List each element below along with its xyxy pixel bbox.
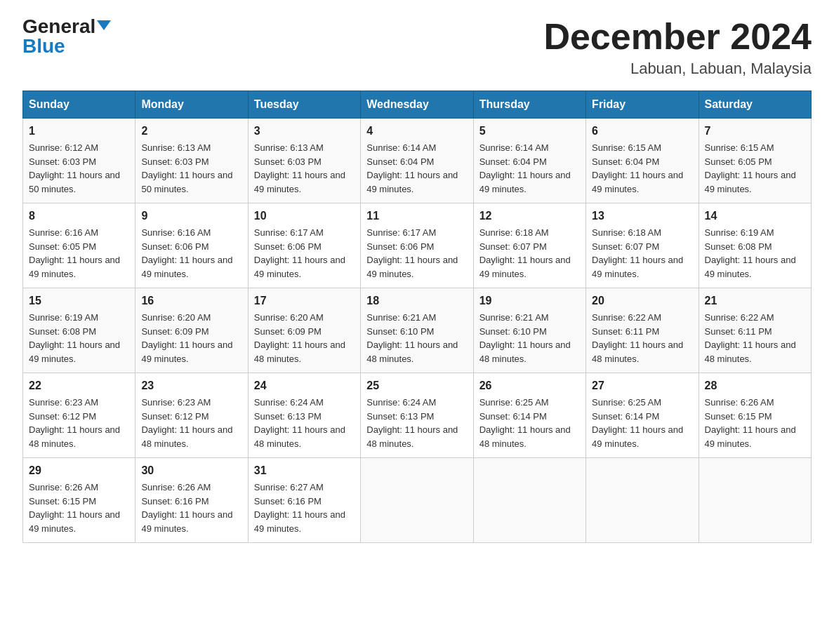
location-title: Labuan, Labuan, Malaysia	[543, 60, 812, 78]
day-info: Sunrise: 6:16 AMSunset: 6:05 PMDaylight:…	[29, 227, 120, 279]
calendar-week-row: 1 Sunrise: 6:12 AMSunset: 6:03 PMDayligh…	[23, 119, 812, 203]
calendar-cell: 11 Sunrise: 6:17 AMSunset: 6:06 PMDaylig…	[361, 203, 473, 288]
calendar-cell: 31 Sunrise: 6:27 AMSunset: 6:16 PMDaylig…	[248, 458, 360, 543]
page-header: General Blue December 2024 Labuan, Labua…	[22, 17, 812, 78]
logo: General Blue	[22, 17, 111, 56]
logo-blue-text: Blue	[22, 36, 65, 56]
day-number: 22	[29, 377, 129, 394]
calendar-cell: 10 Sunrise: 6:17 AMSunset: 6:06 PMDaylig…	[248, 203, 360, 288]
calendar-cell: 26 Sunrise: 6:25 AMSunset: 6:14 PMDaylig…	[473, 373, 585, 458]
month-title: December 2024	[543, 17, 812, 57]
header-row: SundayMondayTuesdayWednesdayThursdayFrid…	[23, 91, 812, 119]
day-number: 4	[366, 123, 467, 140]
day-number: 21	[705, 293, 805, 309]
day-number: 5	[479, 123, 580, 140]
calendar-cell: 24 Sunrise: 6:24 AMSunset: 6:13 PMDaylig…	[248, 373, 360, 458]
calendar-week-row: 15 Sunrise: 6:19 AMSunset: 6:08 PMDaylig…	[23, 288, 812, 373]
calendar-cell: 7 Sunrise: 6:15 AMSunset: 6:05 PMDayligh…	[699, 119, 811, 203]
day-number: 19	[479, 293, 580, 309]
calendar-cell: 14 Sunrise: 6:19 AMSunset: 6:08 PMDaylig…	[699, 203, 811, 288]
day-number: 9	[141, 208, 241, 224]
calendar-cell: 3 Sunrise: 6:13 AMSunset: 6:03 PMDayligh…	[248, 119, 360, 203]
day-info: Sunrise: 6:25 AMSunset: 6:14 PMDaylight:…	[592, 397, 683, 449]
day-info: Sunrise: 6:16 AMSunset: 6:06 PMDaylight:…	[141, 227, 232, 279]
day-number: 12	[479, 208, 580, 224]
day-number: 29	[29, 462, 129, 479]
day-info: Sunrise: 6:17 AMSunset: 6:06 PMDaylight:…	[254, 227, 345, 279]
calendar-cell	[699, 458, 811, 543]
calendar-cell: 25 Sunrise: 6:24 AMSunset: 6:13 PMDaylig…	[361, 373, 473, 458]
logo-triangle-icon	[97, 20, 111, 30]
calendar-cell: 8 Sunrise: 6:16 AMSunset: 6:05 PMDayligh…	[23, 203, 135, 288]
calendar-cell: 30 Sunrise: 6:26 AMSunset: 6:16 PMDaylig…	[135, 458, 248, 543]
day-info: Sunrise: 6:13 AMSunset: 6:03 PMDaylight:…	[141, 142, 232, 194]
calendar-cell: 21 Sunrise: 6:22 AMSunset: 6:11 PMDaylig…	[699, 288, 811, 373]
day-number: 8	[29, 208, 129, 224]
column-header-monday: Monday	[135, 91, 248, 119]
day-info: Sunrise: 6:18 AMSunset: 6:07 PMDaylight:…	[592, 227, 683, 279]
calendar-cell: 17 Sunrise: 6:20 AMSunset: 6:09 PMDaylig…	[248, 288, 360, 373]
day-info: Sunrise: 6:19 AMSunset: 6:08 PMDaylight:…	[705, 227, 796, 279]
calendar-cell: 6 Sunrise: 6:15 AMSunset: 6:04 PMDayligh…	[586, 119, 699, 203]
day-number: 30	[141, 462, 241, 479]
column-header-wednesday: Wednesday	[361, 91, 473, 119]
day-info: Sunrise: 6:20 AMSunset: 6:09 PMDaylight:…	[141, 312, 232, 364]
day-number: 1	[29, 123, 129, 140]
calendar-cell: 23 Sunrise: 6:23 AMSunset: 6:12 PMDaylig…	[135, 373, 248, 458]
day-info: Sunrise: 6:12 AMSunset: 6:03 PMDaylight:…	[29, 142, 120, 194]
day-info: Sunrise: 6:26 AMSunset: 6:15 PMDaylight:…	[705, 397, 796, 449]
day-number: 2	[141, 123, 241, 140]
day-number: 10	[254, 208, 355, 224]
day-number: 26	[479, 377, 580, 394]
calendar-week-row: 29 Sunrise: 6:26 AMSunset: 6:15 PMDaylig…	[23, 458, 812, 543]
day-number: 18	[366, 293, 467, 309]
calendar-cell: 5 Sunrise: 6:14 AMSunset: 6:04 PMDayligh…	[473, 119, 585, 203]
calendar-cell: 16 Sunrise: 6:20 AMSunset: 6:09 PMDaylig…	[135, 288, 248, 373]
column-header-friday: Friday	[586, 91, 699, 119]
calendar-cell	[473, 458, 585, 543]
calendar-cell: 19 Sunrise: 6:21 AMSunset: 6:10 PMDaylig…	[473, 288, 585, 373]
day-info: Sunrise: 6:26 AMSunset: 6:15 PMDaylight:…	[29, 482, 120, 534]
day-number: 7	[705, 123, 805, 140]
day-info: Sunrise: 6:24 AMSunset: 6:13 PMDaylight:…	[366, 397, 458, 449]
day-info: Sunrise: 6:13 AMSunset: 6:03 PMDaylight:…	[254, 142, 345, 194]
calendar-week-row: 22 Sunrise: 6:23 AMSunset: 6:12 PMDaylig…	[23, 373, 812, 458]
calendar-cell: 29 Sunrise: 6:26 AMSunset: 6:15 PMDaylig…	[23, 458, 135, 543]
calendar-header: SundayMondayTuesdayWednesdayThursdayFrid…	[23, 91, 812, 119]
day-number: 6	[592, 123, 692, 140]
calendar-cell: 13 Sunrise: 6:18 AMSunset: 6:07 PMDaylig…	[586, 203, 699, 288]
calendar-cell: 15 Sunrise: 6:19 AMSunset: 6:08 PMDaylig…	[23, 288, 135, 373]
day-info: Sunrise: 6:14 AMSunset: 6:04 PMDaylight:…	[479, 142, 571, 194]
day-info: Sunrise: 6:15 AMSunset: 6:05 PMDaylight:…	[705, 142, 796, 194]
day-number: 27	[592, 377, 692, 394]
day-number: 28	[705, 377, 805, 394]
calendar-cell: 28 Sunrise: 6:26 AMSunset: 6:15 PMDaylig…	[699, 373, 811, 458]
day-info: Sunrise: 6:23 AMSunset: 6:12 PMDaylight:…	[29, 397, 120, 449]
day-number: 16	[141, 293, 241, 309]
day-info: Sunrise: 6:18 AMSunset: 6:07 PMDaylight:…	[479, 227, 571, 279]
calendar-cell	[361, 458, 473, 543]
column-header-saturday: Saturday	[699, 91, 811, 119]
calendar-cell: 4 Sunrise: 6:14 AMSunset: 6:04 PMDayligh…	[361, 119, 473, 203]
calendar-week-row: 8 Sunrise: 6:16 AMSunset: 6:05 PMDayligh…	[23, 203, 812, 288]
day-info: Sunrise: 6:23 AMSunset: 6:12 PMDaylight:…	[141, 397, 232, 449]
calendar-table: SundayMondayTuesdayWednesdayThursdayFrid…	[22, 90, 812, 543]
day-info: Sunrise: 6:20 AMSunset: 6:09 PMDaylight:…	[254, 312, 345, 364]
day-number: 31	[254, 462, 355, 479]
day-info: Sunrise: 6:26 AMSunset: 6:16 PMDaylight:…	[141, 482, 232, 534]
day-number: 24	[254, 377, 355, 394]
calendar-cell: 20 Sunrise: 6:22 AMSunset: 6:11 PMDaylig…	[586, 288, 699, 373]
day-number: 11	[366, 208, 467, 224]
logo-general-text: General	[22, 17, 95, 36]
day-number: 25	[366, 377, 467, 394]
day-info: Sunrise: 6:19 AMSunset: 6:08 PMDaylight:…	[29, 312, 120, 364]
day-info: Sunrise: 6:25 AMSunset: 6:14 PMDaylight:…	[479, 397, 571, 449]
calendar-cell: 1 Sunrise: 6:12 AMSunset: 6:03 PMDayligh…	[23, 119, 135, 203]
day-number: 20	[592, 293, 692, 309]
column-header-thursday: Thursday	[473, 91, 585, 119]
calendar-cell: 18 Sunrise: 6:21 AMSunset: 6:10 PMDaylig…	[361, 288, 473, 373]
day-number: 3	[254, 123, 355, 140]
calendar-body: 1 Sunrise: 6:12 AMSunset: 6:03 PMDayligh…	[23, 119, 812, 543]
calendar-cell: 2 Sunrise: 6:13 AMSunset: 6:03 PMDayligh…	[135, 119, 248, 203]
day-info: Sunrise: 6:22 AMSunset: 6:11 PMDaylight:…	[705, 312, 796, 364]
